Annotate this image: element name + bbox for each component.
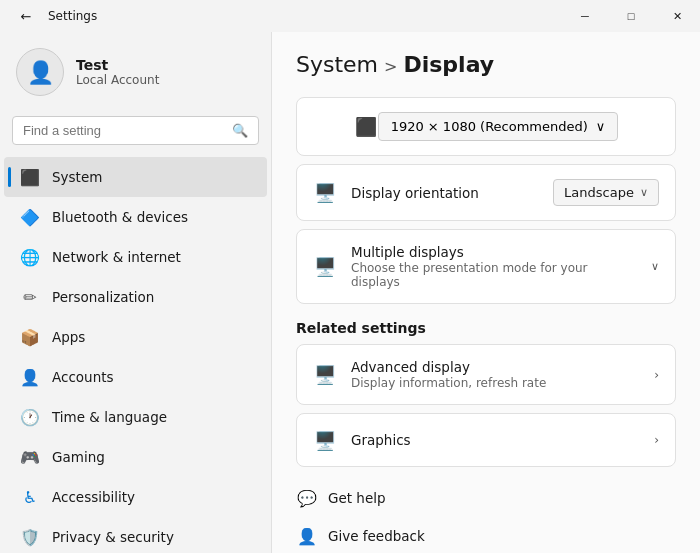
sidebar-item-bluetooth[interactable]: 🔷 Bluetooth & devices — [4, 197, 267, 237]
graphics-card: 🖥️ Graphics › — [296, 413, 676, 467]
sidebar-label-gaming: Gaming — [52, 449, 105, 465]
resolution-row[interactable]: ⬛ 1920 × 1080 (Recommended) ∨ — [297, 98, 675, 155]
titlebar-controls: ─ □ ✕ — [562, 0, 700, 32]
multiple-displays-icon: 🖥️ — [313, 255, 337, 279]
sidebar: 👤 Test Local Account 🔍 ⬛ System 🔷 Blueto… — [0, 32, 272, 553]
sidebar-item-gaming[interactable]: 🎮 Gaming — [4, 437, 267, 477]
multiple-displays-text: Multiple displays Choose the presentatio… — [351, 244, 637, 289]
sidebar-item-personalization[interactable]: ✏️ Personalization — [4, 277, 267, 317]
advanced-display-subtitle: Display information, refresh rate — [351, 376, 640, 390]
advanced-display-row[interactable]: 🖥️ Advanced display Display information,… — [297, 345, 675, 404]
page-header: System > Display — [296, 52, 676, 77]
advanced-display-chevron: › — [654, 368, 659, 382]
apps-icon: 📦 — [20, 327, 40, 347]
sidebar-item-accounts[interactable]: 👤 Accounts — [4, 357, 267, 397]
privacy-icon: 🛡️ — [20, 527, 40, 547]
search-box[interactable]: 🔍 — [12, 116, 259, 145]
red-arrow-indicator — [296, 360, 297, 390]
sidebar-item-apps[interactable]: 📦 Apps — [4, 317, 267, 357]
sidebar-label-personalization: Personalization — [52, 289, 154, 305]
graphics-label: Graphics — [351, 432, 640, 448]
sidebar-item-system[interactable]: ⬛ System — [4, 157, 267, 197]
system-icon: ⬛ — [20, 167, 40, 187]
orientation-icon: 🖥️ — [313, 181, 337, 205]
avatar-icon: 👤 — [27, 60, 54, 85]
graphics-chevron: › — [654, 433, 659, 447]
orientation-control[interactable]: Landscape ∨ — [553, 179, 659, 206]
sidebar-label-accessibility: Accessibility — [52, 489, 135, 505]
resolution-dropdown[interactable]: 1920 × 1080 (Recommended) ∨ — [378, 112, 619, 141]
give-feedback-link[interactable]: 👤 Give feedback — [296, 521, 676, 551]
bluetooth-icon: 🔷 — [20, 207, 40, 227]
sidebar-item-network[interactable]: 🌐 Network & internet — [4, 237, 267, 277]
resolution-chevron: ∨ — [596, 119, 606, 134]
breadcrumb-current: Display — [403, 52, 494, 77]
get-help-icon: 💬 — [296, 487, 318, 509]
advanced-display-icon: 🖥️ — [313, 363, 337, 387]
user-name: Test — [76, 57, 159, 73]
avatar: 👤 — [16, 48, 64, 96]
accessibility-icon: ♿ — [20, 487, 40, 507]
sidebar-item-privacy[interactable]: 🛡️ Privacy & security — [4, 517, 267, 553]
sidebar-item-accessibility[interactable]: ♿ Accessibility — [4, 477, 267, 517]
accounts-icon: 👤 — [20, 367, 40, 387]
give-feedback-label: Give feedback — [328, 528, 425, 544]
sidebar-label-accounts: Accounts — [52, 369, 114, 385]
advanced-display-card: 🖥️ Advanced display Display information,… — [296, 344, 676, 405]
personalization-icon: ✏️ — [20, 287, 40, 307]
resolution-card: ⬛ 1920 × 1080 (Recommended) ∨ — [296, 97, 676, 156]
multiple-displays-chevron: ∨ — [651, 260, 659, 273]
gaming-icon: 🎮 — [20, 447, 40, 467]
search-icon: 🔍 — [232, 123, 248, 138]
titlebar-left: ← Settings — [12, 2, 97, 30]
user-profile[interactable]: 👤 Test Local Account — [0, 32, 271, 112]
get-help-link[interactable]: 💬 Get help — [296, 483, 676, 513]
sidebar-label-apps: Apps — [52, 329, 85, 345]
resolution-icon: ⬛ — [354, 115, 378, 139]
sidebar-label-time: Time & language — [52, 409, 167, 425]
multiple-displays-label: Multiple displays — [351, 244, 637, 260]
related-settings-label: Related settings — [296, 320, 676, 336]
app-body: 👤 Test Local Account 🔍 ⬛ System 🔷 Blueto… — [0, 32, 700, 553]
sidebar-item-time[interactable]: 🕐 Time & language — [4, 397, 267, 437]
search-container: 🔍 — [0, 112, 271, 157]
orientation-chevron: ∨ — [640, 186, 648, 199]
advanced-display-text: Advanced display Display information, re… — [351, 359, 640, 390]
user-account-type: Local Account — [76, 73, 159, 87]
multiple-displays-card: 🖥️ Multiple displays Choose the presenta… — [296, 229, 676, 304]
orientation-value: Landscape — [564, 185, 634, 200]
advanced-display-label: Advanced display — [351, 359, 640, 375]
breadcrumb-arrow: > — [384, 57, 397, 76]
sidebar-nav: ⬛ System 🔷 Bluetooth & devices 🌐 Network… — [0, 157, 271, 553]
maximize-button[interactable]: □ — [608, 0, 654, 32]
search-input[interactable] — [23, 123, 224, 138]
network-icon: 🌐 — [20, 247, 40, 267]
display-orientation-row[interactable]: 🖥️ Display orientation Landscape ∨ — [297, 165, 675, 220]
orientation-dropdown[interactable]: Landscape ∨ — [553, 179, 659, 206]
graphics-row[interactable]: 🖥️ Graphics › — [297, 414, 675, 466]
titlebar-title: Settings — [48, 9, 97, 23]
sidebar-label-system: System — [52, 169, 102, 185]
multiple-displays-row[interactable]: 🖥️ Multiple displays Choose the presenta… — [297, 230, 675, 303]
display-orientation-card: 🖥️ Display orientation Landscape ∨ — [296, 164, 676, 221]
back-button[interactable]: ← — [12, 2, 40, 30]
time-icon: 🕐 — [20, 407, 40, 427]
multiple-displays-subtitle: Choose the presentation mode for your di… — [351, 261, 637, 289]
graphics-text: Graphics — [351, 432, 640, 448]
footer-links: 💬 Get help 👤 Give feedback — [296, 483, 676, 551]
orientation-text: Display orientation — [351, 185, 539, 201]
close-button[interactable]: ✕ — [654, 0, 700, 32]
titlebar: ← Settings ─ □ ✕ — [0, 0, 700, 32]
sidebar-label-bluetooth: Bluetooth & devices — [52, 209, 188, 225]
resolution-value: 1920 × 1080 (Recommended) — [391, 119, 588, 134]
graphics-icon: 🖥️ — [313, 428, 337, 452]
user-info: Test Local Account — [76, 57, 159, 87]
main-content: System > Display ⬛ 1920 × 1080 (Recommen… — [272, 32, 700, 553]
breadcrumb-parent[interactable]: System — [296, 52, 378, 77]
minimize-button[interactable]: ─ — [562, 0, 608, 32]
orientation-label: Display orientation — [351, 185, 539, 201]
get-help-label: Get help — [328, 490, 386, 506]
sidebar-label-network: Network & internet — [52, 249, 181, 265]
sidebar-label-privacy: Privacy & security — [52, 529, 174, 545]
give-feedback-icon: 👤 — [296, 525, 318, 547]
